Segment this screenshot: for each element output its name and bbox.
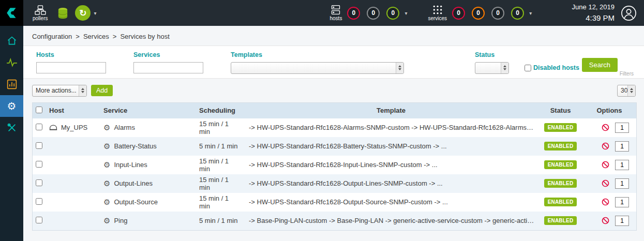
status-counter[interactable]: 0 [347, 7, 360, 20]
service-name[interactable]: Output-Lines [114, 179, 152, 187]
sidebar: ⚙ [0, 26, 23, 241]
status-counter-value: 0 [516, 9, 519, 17]
select-stepper-icon [501, 63, 508, 73]
service-name[interactable]: Output-Source [114, 198, 158, 206]
template-cell: -> HW-UPS-Standard-Rfc1628-Alarms-SNMP-c… [244, 118, 538, 137]
header-service: Service [100, 103, 192, 118]
table-body: My_UPS ⚙ Alarms 15 min / 1 min -> HW-UPS… [33, 118, 636, 230]
sidebar-item-monitoring[interactable] [0, 52, 23, 73]
disable-icon[interactable] [602, 198, 609, 206]
status-counter[interactable]: 0 [367, 7, 380, 20]
status-select-value [475, 68, 501, 68]
template-cell: -> HW-UPS-Standard-Rfc1628-Output-Source… [244, 193, 538, 212]
row-checkbox[interactable] [36, 198, 42, 205]
sidebar-item-home[interactable] [0, 30, 23, 52]
table-row: ⚙ Output-Lines 15 min / 1 min -> HW-UPS-… [33, 174, 636, 193]
scheduling-cell: 15 min / 1 min [192, 174, 244, 193]
row-checkbox[interactable] [36, 161, 42, 168]
duplicate-count-input[interactable] [615, 216, 629, 226]
breadcrumb-configuration[interactable]: Configuration [32, 33, 72, 40]
services-icon [432, 5, 443, 15]
header-scheduling: Scheduling [192, 103, 244, 118]
status-counter-value: 0 [457, 9, 460, 17]
services-filter-input[interactable] [133, 62, 203, 73]
sidebar-item-configuration[interactable]: ⚙ [0, 95, 23, 117]
hosts-icon [331, 5, 341, 15]
hosts-chevron-icon[interactable]: ▾ [405, 10, 407, 16]
services-menu-button[interactable]: services [428, 5, 447, 21]
disable-icon[interactable] [602, 179, 609, 187]
database-icon [57, 7, 69, 20]
row-checkbox[interactable] [36, 124, 42, 130]
service-gear-icon: ⚙ [103, 142, 110, 150]
service-name[interactable]: Battery-Status [114, 142, 156, 150]
services-table: Host Service Scheduling Template Status … [32, 102, 637, 231]
service-gear-icon: ⚙ [103, 198, 110, 206]
chart-icon [7, 79, 17, 89]
filter-panel: Hosts Services Templates Status [23, 46, 644, 79]
service-gear-icon: ⚙ [103, 217, 110, 224]
table-row: ⚙ Output-Source 15 min / 1 min -> HW-UPS… [33, 193, 636, 212]
row-checkbox[interactable] [36, 217, 42, 223]
hosts-filter-input[interactable] [36, 62, 106, 73]
content: Configuration>Services>Services by host … [23, 26, 644, 241]
disable-icon[interactable] [602, 142, 609, 150]
service-name[interactable]: Input-Lines [114, 161, 147, 169]
duplicate-count-input[interactable] [615, 123, 629, 133]
row-checkbox[interactable] [36, 179, 42, 186]
service-name[interactable]: Alarms [114, 124, 134, 131]
status-counter[interactable]: 0 [452, 7, 465, 20]
platform-status-button[interactable]: ↻ ▾ [75, 5, 96, 21]
services-chevron-icon[interactable]: ▾ [529, 10, 532, 16]
template-cell: -> Base-Ping-LAN-custom -> Base-Ping-LAN… [244, 212, 538, 230]
duplicate-count-input[interactable] [615, 160, 629, 170]
database-status-button[interactable] [57, 7, 69, 20]
scheduling-cell: 15 min / 1 min [192, 156, 244, 174]
pollers-icon [35, 5, 46, 15]
centreon-logo[interactable] [0, 0, 23, 26]
sidebar-item-reporting[interactable] [0, 73, 23, 95]
select-all-checkbox[interactable] [36, 107, 42, 113]
duplicate-count-input[interactable] [615, 178, 629, 189]
disable-icon[interactable] [602, 124, 609, 131]
header-template: Template [244, 103, 538, 118]
page-size-select[interactable]: 30 [617, 85, 636, 97]
pollers-button[interactable]: pollers [33, 5, 48, 21]
add-button[interactable]: Add [91, 85, 113, 96]
status-counter[interactable]: 0 [511, 7, 524, 20]
status-counter[interactable]: 0 [472, 7, 485, 20]
search-button[interactable]: Search [582, 58, 618, 72]
hosts-counters: 0 0 0 [347, 7, 399, 20]
host-name[interactable]: My_UPS [61, 124, 87, 131]
status-counter[interactable]: 0 [386, 7, 399, 20]
duplicate-count-input[interactable] [615, 197, 629, 207]
disabled-hosts-checkbox[interactable] [525, 65, 531, 71]
datetime: June 12, 2019 4:39 PM [572, 3, 615, 23]
breadcrumb-separator: > [113, 33, 117, 40]
home-icon [7, 36, 17, 46]
duplicate-count-input[interactable] [615, 141, 629, 152]
more-actions-select[interactable]: More actions... [32, 85, 87, 97]
status-badge: ENABLED [544, 216, 577, 225]
status-counter[interactable]: 0 [491, 7, 504, 20]
user-menu-button[interactable] [621, 5, 637, 21]
disable-icon[interactable] [602, 161, 609, 169]
breadcrumb-services[interactable]: Services [83, 33, 109, 40]
breadcrumb-services-by-host[interactable]: Services by host [120, 33, 169, 40]
scheduling-cell: 15 min / 1 min [192, 118, 244, 137]
service-gear-icon: ⚙ [103, 179, 110, 187]
header-status: Status [538, 103, 582, 118]
hosts-menu-button[interactable]: hosts [330, 5, 342, 21]
services-filter-label: Services [133, 52, 231, 58]
status-badge: ENABLED [544, 123, 577, 132]
templates-select[interactable] [231, 62, 404, 74]
host-device-icon [49, 124, 57, 131]
select-stepper-icon [79, 85, 86, 96]
row-checkbox[interactable] [36, 142, 42, 149]
status-select[interactable] [475, 62, 509, 74]
disable-icon[interactable] [602, 217, 609, 224]
time-text: 4:39 PM [572, 12, 615, 23]
sidebar-item-administration[interactable] [0, 117, 23, 139]
table-row: ⚙ Ping 5 min / 1 min -> Base-Ping-LAN-cu… [33, 212, 636, 230]
service-name[interactable]: Ping [114, 217, 127, 224]
